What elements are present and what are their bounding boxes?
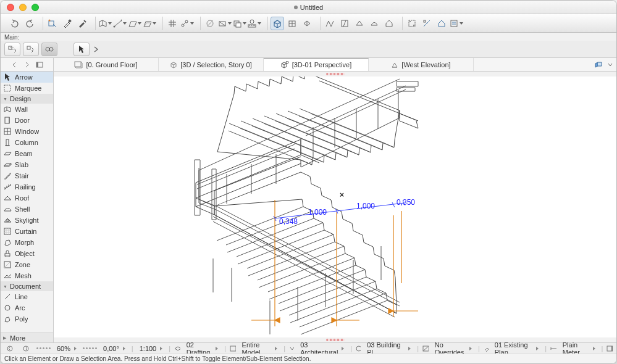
marquee-3d-button[interactable] [405,17,419,30]
tab-ground-floor[interactable]: [0. Ground Floor] [54,58,159,71]
tab-3d-perspective[interactable]: [3D-01 Perspective] [264,58,369,71]
main-toolbar [1,14,616,33]
3d-viewport[interactable]: × 0,348 1,000 1,000 0,350 [54,77,616,337]
curtain-icon [3,227,12,236]
svg-point-3 [114,25,115,27]
dimension-value-3: 1,000 [356,202,375,210]
cursor-button[interactable] [73,43,90,56]
expand-right-icon[interactable] [23,61,31,68]
tool-wall[interactable]: Wall [1,104,53,115]
dimension-value-1: 0,348 [279,217,298,226]
tool-object[interactable]: Object [1,248,53,259]
tool-door[interactable]: Door [1,115,53,126]
tool-slab[interactable]: Slab [1,159,53,170]
design-header[interactable]: Design [1,94,53,104]
collapse-left-icon[interactable] [11,61,19,68]
svg-rect-28 [4,85,10,91]
organizer-icon[interactable] [594,60,605,69]
section-button[interactable] [285,17,299,30]
mesh-edit-button[interactable] [367,17,381,30]
wall-geom-button[interactable] [98,17,112,30]
roof-edit-button[interactable] [353,17,366,30]
home-story-button[interactable] [435,17,448,30]
offset-geom-button[interactable] [143,17,156,30]
shell-icon [3,205,12,213]
toolbox-more[interactable]: More [1,333,53,342]
toolbox: Arrow Marquee Design Wall Door Window Co… [1,72,54,342]
morph-icon [3,238,12,247]
svg-rect-0 [49,21,54,26]
tool-roof[interactable]: Roof [1,192,53,204]
tool-line[interactable]: Line [1,291,53,302]
app-window: Untitled [0,0,617,364]
tool-stair[interactable]: Stair [1,170,53,181]
tab-3d-selection[interactable]: [3D / Selection, Story 0] [159,58,264,71]
eyedrop-button[interactable] [61,17,74,30]
edit-2d-button[interactable] [338,17,351,30]
svg-rect-25 [36,62,38,67]
pick-button[interactable] [46,17,59,30]
perspective-icon [280,61,289,68]
arrow-icon [3,73,12,81]
svg-rect-47 [611,346,613,351]
tool-zone[interactable]: Zone [1,259,53,270]
undo-button[interactable] [8,17,22,30]
show-sel-button[interactable] [420,17,434,30]
grid-button[interactable] [166,17,179,30]
tool-arc[interactable]: Arc [1,302,53,313]
inject-button[interactable] [75,17,89,30]
nav-fwd-button[interactable] [20,344,33,353]
svg-point-17 [413,25,414,26]
tool-poly[interactable]: Poly [1,313,53,325]
filter-3d-button[interactable] [450,17,463,30]
tool-morph[interactable]: Morph [1,237,53,248]
document-header[interactable]: Document [1,281,53,291]
panel-left-icon[interactable] [36,61,43,68]
redo-button[interactable] [23,17,36,30]
chevron-right-icon[interactable] [92,43,101,56]
nav-back-button[interactable] [4,344,17,353]
axo-button[interactable] [300,17,314,30]
stair-icon [3,172,12,180]
cut-plane-button[interactable] [218,17,232,30]
line-geom-button[interactable] [113,17,127,30]
tool-beam[interactable]: Beam [1,148,53,159]
titlebar: Untitled [1,1,616,14]
svg-point-5 [182,24,184,27]
arc-icon [3,304,12,312]
tool-mesh[interactable]: Mesh [1,270,53,281]
home-button[interactable] [382,17,396,30]
slab-icon [3,160,12,169]
svg-point-42 [23,346,28,351]
tool-window[interactable]: Window [1,126,53,137]
measure-button[interactable] [323,17,337,30]
svg-point-16 [409,21,411,22]
suspend-button[interactable] [203,17,217,30]
story-down-button[interactable] [23,43,39,56]
3d-mode-button[interactable] [271,17,284,30]
svg-point-41 [7,346,12,351]
beam-icon [3,149,12,158]
tool-shell[interactable]: Shell [1,204,53,215]
filter-elements-button[interactable] [4,43,20,56]
trace-button[interactable] [233,17,246,30]
roof-icon [3,194,12,202]
elevation-icon [391,61,398,68]
panel-grip-top[interactable] [54,72,616,77]
tool-railing[interactable]: Railing [1,181,53,192]
tool-arrow[interactable]: Arrow [1,72,53,83]
skylight-icon [3,216,12,225]
dimension-value-4: 0,350 [397,198,415,207]
tool-skylight[interactable]: Skylight [1,215,53,226]
tool-marquee[interactable]: Marquee [1,83,53,94]
zoom-dots [36,347,51,349]
story-current-button[interactable] [41,43,57,56]
chevron-down-icon[interactable] [608,62,613,67]
rect-geom-button[interactable] [128,17,141,30]
tool-curtain[interactable]: Curtain [1,226,53,237]
snap-button[interactable] [180,17,194,30]
tool-column[interactable]: Column [1,137,53,148]
tab-west-elevation[interactable]: [West Elevation] [369,58,474,71]
ruler-button[interactable] [248,17,261,30]
marquee-icon [3,84,12,93]
